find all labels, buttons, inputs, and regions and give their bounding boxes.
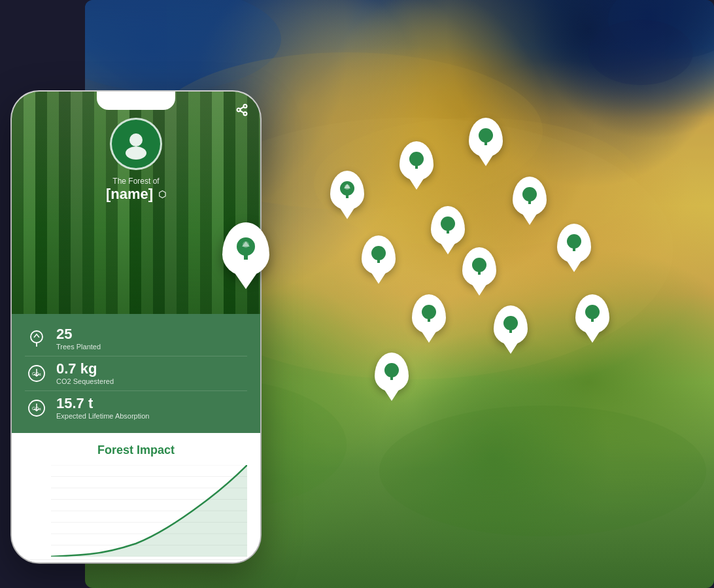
svg-point-10 <box>345 184 350 190</box>
scene: The Forest of [name] ⬡ 25 <box>0 0 714 588</box>
svg-point-13 <box>479 128 493 143</box>
svg-point-40 <box>31 331 42 343</box>
svg-rect-14 <box>484 141 487 145</box>
map-pin[interactable] <box>400 141 434 181</box>
co2-sequestered-label: CO2 Sequestered <box>56 377 114 385</box>
svg-line-37 <box>240 107 244 109</box>
svg-rect-9 <box>346 194 348 198</box>
map-pin[interactable] <box>375 353 409 392</box>
svg-rect-26 <box>428 318 430 322</box>
svg-point-39 <box>126 147 146 160</box>
svg-point-29 <box>384 363 399 377</box>
svg-rect-16 <box>528 200 531 204</box>
svg-rect-32 <box>591 318 594 322</box>
trees-planted-stat: 25 Trees Planted <box>25 322 247 356</box>
map-pin[interactable] <box>412 294 446 334</box>
impact-chart: 20000 17500 15000 12500 10000 7500 5000 … <box>51 465 247 557</box>
svg-point-38 <box>129 133 143 147</box>
svg-point-31 <box>585 305 600 319</box>
lifetime-absorption-stat: CO₂ 15.7 t Expected Lifetime Absorption <box>25 391 247 425</box>
share-button[interactable] <box>235 103 248 120</box>
map-pin[interactable] <box>513 177 547 216</box>
svg-rect-30 <box>390 376 393 380</box>
forest-name: [name] ⬡ <box>106 186 166 203</box>
svg-point-35 <box>244 112 247 115</box>
svg-point-15 <box>522 187 537 201</box>
impact-title: Forest Impact <box>25 443 247 457</box>
svg-point-33 <box>244 105 247 108</box>
svg-line-36 <box>240 111 244 112</box>
svg-rect-28 <box>509 329 512 333</box>
co2-sequestered-stat: CO₂ 0.7 kg CO2 Sequestered <box>25 356 247 391</box>
lifetime-absorption-label: Expected Lifetime Absorption <box>56 412 149 420</box>
trees-planted-number: 25 <box>56 327 101 341</box>
edit-icon[interactable]: ⬡ <box>158 189 166 199</box>
map-pin[interactable] <box>469 118 503 157</box>
map-pin[interactable] <box>575 294 609 334</box>
tree-icon <box>25 327 48 351</box>
bottom-nav: Forest Settings <box>12 559 260 562</box>
svg-point-27 <box>503 316 518 330</box>
map-pin[interactable] <box>330 171 364 210</box>
phone-mockup: The Forest of [name] ⬡ 25 <box>12 92 260 562</box>
forest-of-label: The Forest of <box>112 177 159 186</box>
stats-section: 25 Trees Planted CO₂ 0.7 kg CO2 Sequeste… <box>12 314 260 433</box>
phone-white-section: Forest Impact <box>12 433 260 562</box>
lifetime-absorption-number: 15.7 t <box>56 396 149 411</box>
floating-pin <box>222 222 714 276</box>
co2-sequestered-number: 0.7 kg <box>56 362 114 376</box>
trees-planted-label: Trees Planted <box>56 343 101 351</box>
svg-point-25 <box>422 305 436 319</box>
co2-lifetime-icon: CO₂ <box>25 396 48 420</box>
svg-rect-80 <box>244 254 248 260</box>
svg-point-11 <box>409 152 424 166</box>
map-pin[interactable] <box>494 305 528 345</box>
svg-rect-12 <box>415 165 418 169</box>
avatar <box>110 118 162 170</box>
svg-point-81 <box>243 241 249 248</box>
impact-section: Forest Impact <box>12 433 260 559</box>
co2-down-icon: CO₂ <box>25 362 48 385</box>
svg-point-34 <box>237 109 241 112</box>
forest-header: The Forest of [name] ⬡ <box>12 92 260 314</box>
